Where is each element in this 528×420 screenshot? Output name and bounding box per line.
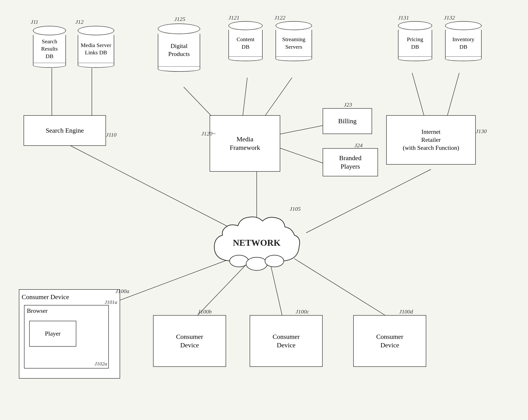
streaming-servers-label: Streaming Servers xyxy=(281,35,307,51)
svg-point-18 xyxy=(265,255,284,267)
svg-line-7 xyxy=(280,148,327,165)
consumer-device-b-box: Consumer Device xyxy=(153,315,226,367)
content-db-label: Content DB xyxy=(236,35,256,51)
ref-streaming-servers: J122 xyxy=(274,15,286,21)
consumer-device-d-box: Consumer Device xyxy=(353,315,426,367)
ref-consumer-device-d: J100d xyxy=(399,308,413,315)
ref-search-engine: J110 xyxy=(106,132,117,138)
consumer-device-d-label: Consumer Device xyxy=(375,331,404,351)
svg-text:NETWORK: NETWORK xyxy=(233,238,281,248)
content-db: Content DB xyxy=(226,21,265,62)
ref-consumer-device-b: J100b xyxy=(198,308,212,315)
ref-network: J105 xyxy=(290,206,301,212)
svg-line-5 xyxy=(264,78,292,118)
svg-point-17 xyxy=(246,257,267,271)
ref-branded-players: J24 xyxy=(354,142,363,149)
pricing-db: Pricing DB xyxy=(396,21,434,62)
ref-digital-products: J125 xyxy=(174,16,185,22)
ref-content-db: J121 xyxy=(228,15,240,21)
consumer-device-c-box: Consumer Device xyxy=(250,315,323,367)
consumer-device-b-label: Consumer Device xyxy=(175,331,204,351)
media-framework-label: Media Framework xyxy=(228,134,261,153)
ref-consumer-device-c: J100c xyxy=(296,308,309,315)
svg-line-10 xyxy=(447,73,459,115)
media-server-links-db-label: Media Server Links DB xyxy=(80,41,113,57)
search-engine-label: Search Engine xyxy=(45,125,85,136)
ref-consumer-device-a: J100a xyxy=(115,288,129,295)
billing-box: Billing xyxy=(323,108,372,134)
digital-products-db: Digital Products xyxy=(156,23,203,72)
svg-line-4 xyxy=(242,78,247,118)
branded-players-box: Branded Players xyxy=(323,148,378,176)
ref-inventory-db: J132 xyxy=(444,15,455,21)
internet-retailer-box: Internet Retailer (with Search Function) xyxy=(386,115,476,165)
digital-products-label: Digital Products xyxy=(158,42,200,58)
ref-internet-retailer: J130 xyxy=(476,128,487,135)
consumer-device-a-box: Consumer Device Browser Player J102a J10… xyxy=(19,289,120,379)
network-cloud: NETWORK xyxy=(200,204,313,276)
svg-line-6 xyxy=(280,125,327,134)
svg-line-11 xyxy=(306,169,431,233)
media-framework-box: Media Framework xyxy=(210,115,280,172)
ref-media-server-links-db: J12 xyxy=(75,19,84,25)
ref-billing: J23 xyxy=(344,102,352,108)
billing-label: Billing xyxy=(337,116,358,126)
search-results-db: Search Results DB xyxy=(31,26,68,68)
svg-point-16 xyxy=(230,255,249,267)
search-results-db-label: Search Results DB xyxy=(40,37,59,60)
branded-players-label: Branded Players xyxy=(338,153,363,172)
streaming-servers-db: Streaming Servers xyxy=(273,21,314,62)
ref-media-framework: J120~ xyxy=(201,131,216,137)
consumer-device-c-label: Consumer Device xyxy=(271,331,301,351)
svg-line-9 xyxy=(412,73,424,115)
internet-retailer-label: Internet Retailer (with Search Function) xyxy=(402,127,460,153)
search-engine-box: Search Engine xyxy=(24,115,106,146)
inventory-db-label: Inventory DB xyxy=(451,35,476,51)
ref-pricing-db: J131 xyxy=(398,15,409,21)
inventory-db: Inventory DB xyxy=(443,21,484,62)
pricing-db-label: Pricing DB xyxy=(406,35,424,51)
media-server-links-db: Media Server Links DB xyxy=(75,26,117,68)
ref-search-results-db: J11 xyxy=(31,19,38,25)
